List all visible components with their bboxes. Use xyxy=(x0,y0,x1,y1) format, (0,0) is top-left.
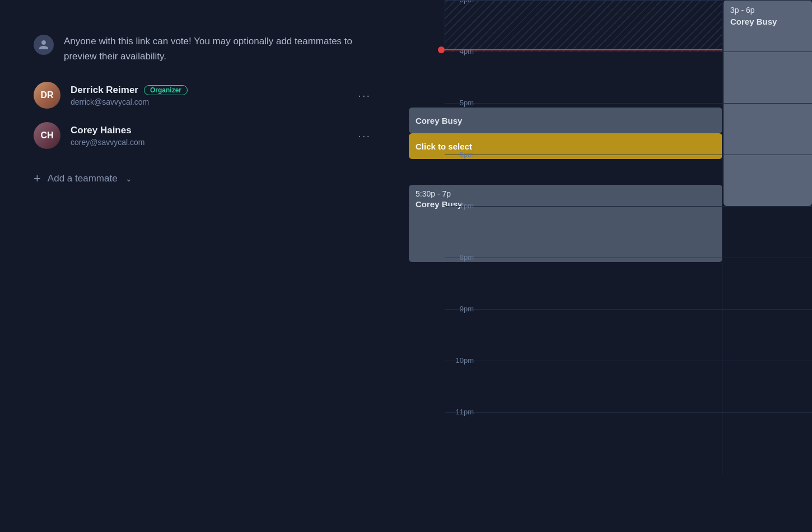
time-label-8pm: 8pm xyxy=(445,253,480,262)
hour-row-8pm: 8pm xyxy=(445,258,812,309)
member-info-derrick: Derrick Reimer Organizer derrick@savvyca… xyxy=(71,85,343,106)
hour-row-11pm: 11pm xyxy=(445,412,812,464)
time-label-9pm: 9pm xyxy=(445,305,480,313)
time-label-7pm: 7pm xyxy=(445,202,480,210)
member-row-derrick: DR Derrick Reimer Organizer derrick@savv… xyxy=(34,82,375,109)
hatched-unavailable-block xyxy=(445,0,722,52)
avatar-corey: CH xyxy=(34,122,60,149)
hour-row-6pm: 6pm xyxy=(445,155,812,206)
member-email-corey: corey@savvycal.com xyxy=(71,138,343,147)
add-teammate-row[interactable]: + Add a teammate ⌄ xyxy=(34,171,375,186)
info-text: Anyone with this link can vote! You may … xyxy=(64,34,375,64)
right-panel: Corey Busy Click to select 5:30p - 7p Co… xyxy=(409,0,812,532)
current-time-indicator xyxy=(441,49,722,50)
member-info-corey: Corey Haines corey@savvycal.com xyxy=(71,125,343,147)
add-icon: + xyxy=(34,171,41,186)
info-row: Anyone with this link can vote! You may … xyxy=(34,34,375,64)
time-label-5pm: 5pm xyxy=(445,99,480,107)
member-name-corey: Corey Haines xyxy=(71,125,132,136)
more-options-corey[interactable]: ··· xyxy=(353,128,375,143)
hour-row-9pm: 9pm xyxy=(445,309,812,361)
time-label-6pm: 6pm xyxy=(445,150,480,158)
hour-row-4pm: 4pm xyxy=(445,52,812,103)
time-label-10pm: 10pm xyxy=(445,356,480,365)
chevron-down-icon: ⌄ xyxy=(125,174,132,183)
hour-row-5pm: 5pm xyxy=(445,103,812,155)
member-name-derrick: Derrick Reimer xyxy=(71,85,138,96)
generic-user-icon xyxy=(34,35,54,55)
member-name-row-derrick: Derrick Reimer Organizer xyxy=(71,85,343,96)
time-label-11pm: 11pm xyxy=(445,408,480,416)
left-panel: Anyone with this link can vote! You may … xyxy=(0,0,409,532)
member-name-row-corey: Corey Haines xyxy=(71,125,343,136)
hour-row-7pm: 7pm xyxy=(445,206,812,258)
more-options-derrick[interactable]: ··· xyxy=(353,87,375,103)
member-email-derrick: derrick@savvycal.com xyxy=(71,97,343,106)
current-time-dot xyxy=(438,46,445,53)
hour-row-10pm: 10pm xyxy=(445,361,812,412)
avatar-derrick: DR xyxy=(34,82,60,109)
add-teammate-label: Add a teammate xyxy=(48,173,118,184)
calendar-scroll[interactable]: Corey Busy Click to select 5:30p - 7p Co… xyxy=(409,0,812,532)
organizer-badge: Organizer xyxy=(144,85,188,95)
calendar-grid: Corey Busy Click to select 5:30p - 7p Co… xyxy=(409,0,812,475)
members-list: DR Derrick Reimer Organizer derrick@savv… xyxy=(34,82,375,149)
member-row-corey: CH Corey Haines corey@savvycal.com ··· xyxy=(34,122,375,149)
